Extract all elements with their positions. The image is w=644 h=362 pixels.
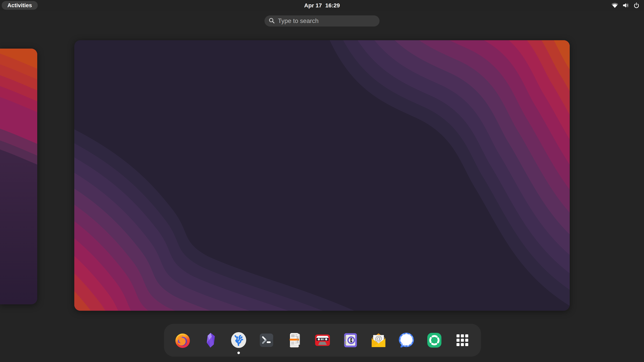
wallpaper-left xyxy=(0,49,37,304)
power-icon xyxy=(633,2,640,8)
clock-date: Apr 17 xyxy=(304,2,322,9)
running-indicator-dot xyxy=(237,352,240,354)
workspace-preview-main[interactable] xyxy=(74,40,570,311)
dock-item-terminal-console[interactable] xyxy=(258,332,275,349)
dock-item-signal-messenger[interactable] xyxy=(398,332,414,349)
dock-item-blue-coral-notes[interactable] xyxy=(230,332,247,349)
signal-icon xyxy=(398,332,414,349)
safe-vault-icon xyxy=(342,332,359,349)
mail-envelope-icon: @ xyxy=(370,332,387,349)
newspaper-icon: NEWS xyxy=(286,332,303,349)
dock-item-cassette-media[interactable] xyxy=(314,332,331,349)
dock-item-obsidian[interactable] xyxy=(202,332,219,349)
terminal-icon xyxy=(258,332,275,349)
firefox-icon xyxy=(174,332,191,349)
workspace-preview-left[interactable] xyxy=(0,49,37,304)
dock-item-news-feeds[interactable]: NEWS xyxy=(286,332,303,349)
cassette-icon xyxy=(314,332,331,349)
search-icon xyxy=(268,17,275,24)
show-apps-grid-icon xyxy=(454,332,470,349)
activities-button[interactable]: Activities xyxy=(2,1,38,10)
gnome-activities-overview: Activities Apr 17 16:29 xyxy=(0,0,644,362)
clock-time: 16:29 xyxy=(325,2,340,9)
search-bar[interactable] xyxy=(264,15,380,26)
obsidian-crystal-icon xyxy=(202,332,219,349)
volume-icon xyxy=(622,3,629,8)
wallpaper-main xyxy=(74,40,570,311)
dock-item-firefox[interactable] xyxy=(174,332,191,349)
blue-coral-icon xyxy=(230,332,247,349)
dock-item-password-safe[interactable] xyxy=(342,332,359,349)
news-label: NEWS xyxy=(296,336,299,344)
dash-dock: NEWS xyxy=(164,324,481,357)
dock-item-show-apps[interactable] xyxy=(454,332,470,349)
sync-arcs-icon xyxy=(426,332,442,349)
search-input[interactable] xyxy=(278,17,376,25)
top-bar: Activities Apr 17 16:29 xyxy=(0,0,644,11)
system-status-area[interactable] xyxy=(611,0,640,11)
clock[interactable]: Apr 17 16:29 xyxy=(304,0,340,11)
mail-at-glyph: @ xyxy=(375,335,382,343)
dock-item-sync[interactable] xyxy=(426,332,442,349)
dock-item-email[interactable]: @ xyxy=(370,332,387,349)
wifi-icon xyxy=(611,2,618,8)
